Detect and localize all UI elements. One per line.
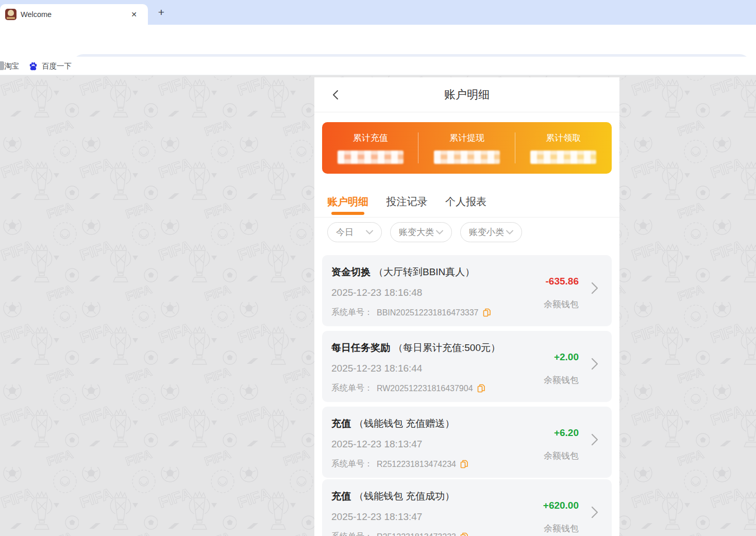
page-title: 账户明细 [314, 77, 619, 112]
tab-title: Welcome [21, 4, 52, 25]
transaction-amount: +6.20 [554, 427, 579, 439]
transaction-time: 2025-12-23 18:16:44 [331, 363, 422, 374]
transaction-subtitle: （钱能钱包 充值赠送） [354, 418, 455, 429]
order-number: R2512231813473233 [377, 532, 456, 536]
transaction-time: 2025-12-23 18:16:48 [331, 287, 422, 298]
transaction-time: 2025-12-23 18:13:47 [331, 439, 422, 450]
transaction-amount: +620.00 [543, 500, 579, 511]
transaction-time: 2025-12-23 18:13:47 [331, 511, 422, 523]
browser-tab[interactable]: Welcome ✕ [0, 4, 148, 25]
wallet-label: 余额钱包 [544, 523, 579, 534]
chevron-right-icon[interactable] [591, 506, 598, 518]
browser-toolbar: 175616.cc/reports/index?tab=0 [0, 25, 756, 57]
tab-strip: Welcome ✕ + [0, 0, 756, 25]
transaction-card[interactable]: 充值（钱能钱包 充值成功） 2025-12-23 18:13:47 系统单号： … [322, 479, 612, 536]
transaction-type: 充值 [331, 418, 351, 429]
transaction-card[interactable]: 资金切换（大厅转到BBIN真人） 2025-12-23 18:16:48 系统单… [322, 255, 612, 326]
tab-close-icon[interactable]: ✕ [128, 9, 140, 20]
order-label: 系统单号： [331, 459, 373, 470]
masked-value [434, 150, 500, 164]
copy-icon[interactable] [483, 308, 491, 317]
transaction-type: 每日任务奖励 [331, 342, 390, 353]
browser-window: Welcome ✕ + 175616.cc/reports/index?tab=… [0, 0, 756, 536]
site-favicon-icon [5, 9, 16, 20]
tab-personal-report[interactable]: 个人报表 [445, 188, 486, 215]
panel-header: 账户明细 [314, 77, 619, 112]
order-number-row: 系统单号： R2512231813474234 [331, 459, 468, 470]
wallet-label: 余额钱包 [544, 298, 579, 310]
order-label: 系统单号： [331, 531, 373, 536]
baidu-paw-icon [28, 61, 38, 71]
chevron-right-icon[interactable] [591, 358, 598, 370]
order-number-row: 系统单号： BBIN202512231816473337 [331, 307, 491, 318]
order-number-row: 系统单号： RW202512231816437904 [331, 383, 485, 394]
bookmark-favicon-icon [0, 61, 4, 70]
summary-total-claim: 累计领取 [515, 122, 612, 174]
copy-icon[interactable] [460, 460, 468, 468]
transaction-subtitle: （大厅转到BBIN真人） [374, 266, 475, 277]
transaction-card[interactable]: 每日任务奖励（每日累计充值:500元） 2025-12-23 18:16:44 … [322, 331, 612, 402]
transaction-subtitle: （钱能钱包 充值成功） [354, 491, 455, 501]
order-number: RW202512231816437904 [377, 384, 473, 393]
wallet-label: 余额钱包 [544, 374, 579, 386]
transaction-card[interactable]: 充值（钱能钱包 充值赠送） 2025-12-23 18:13:47 系统单号： … [322, 407, 612, 478]
new-tab-icon[interactable]: + [155, 6, 168, 19]
copy-icon[interactable] [460, 532, 468, 536]
bookmarks-bar: 淘宝 百度一下 [0, 57, 756, 75]
section-tabs: 账户明细 投注记录 个人报表 [314, 188, 619, 217]
bookmark-baidu[interactable]: 百度一下 [28, 57, 72, 75]
transaction-amount: -635.86 [546, 276, 579, 287]
tab-account-detail[interactable]: 账户明细 [327, 188, 368, 215]
chevron-right-icon[interactable] [591, 433, 598, 446]
chevron-down-icon [506, 230, 513, 234]
tab-bet-records[interactable]: 投注记录 [386, 188, 427, 215]
chevron-down-icon [366, 230, 373, 234]
summary-total-withdraw: 累计提现 [418, 122, 515, 174]
masked-value [338, 150, 404, 164]
chevron-down-icon [436, 230, 443, 234]
transaction-type: 充值 [331, 491, 351, 501]
masked-value [530, 150, 596, 164]
wallet-label: 余额钱包 [544, 450, 579, 462]
date-filter-dropdown[interactable]: 今日 [327, 222, 382, 242]
account-detail-panel: 账户明细 累计充值 累计提现 累计领取 账户明细 投注记录 个人报表 [314, 77, 619, 536]
order-number-row: 系统单号： R2512231813473233 [331, 531, 468, 536]
order-number: BBIN202512231816473337 [377, 308, 479, 317]
order-number: R2512231813474234 [377, 460, 456, 469]
minor-category-dropdown[interactable]: 账变小类 [460, 222, 522, 242]
summary-total-deposit: 累计充值 [322, 122, 418, 174]
filter-row: 今日 账变大类 账变小类 [327, 222, 522, 242]
order-label: 系统单号： [331, 383, 373, 394]
transaction-type: 资金切换 [331, 266, 371, 277]
transaction-amount: +2.00 [554, 351, 579, 363]
transaction-subtitle: （每日累计充值:500元） [393, 342, 500, 353]
summary-card: 累计充值 累计提现 累计领取 [322, 122, 612, 174]
chevron-right-icon[interactable] [591, 282, 598, 294]
copy-icon[interactable] [477, 384, 485, 393]
major-category-dropdown[interactable]: 账变大类 [390, 222, 452, 242]
bookmark-taobao[interactable]: 淘宝 [4, 57, 19, 75]
order-label: 系统单号： [331, 307, 373, 318]
